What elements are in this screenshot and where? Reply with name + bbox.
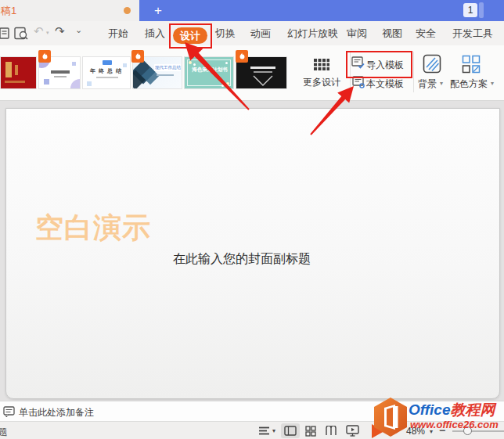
- template-thumb-year-end[interactable]: 年终总结: [82, 56, 131, 89]
- tab-animation[interactable]: 动画: [250, 27, 271, 41]
- tab-transition[interactable]: 切换: [215, 27, 236, 41]
- background-label: 背景: [418, 77, 437, 91]
- more-designs-label: 更多设计: [303, 76, 340, 89]
- status-left-fragment: 题: [0, 426, 7, 439]
- hot-flame-icon: [131, 50, 144, 63]
- tab-devtools[interactable]: 开发工具: [452, 27, 493, 41]
- unsaved-dot-icon: [124, 7, 131, 14]
- subtitle-placeholder[interactable]: 在此输入您的封面副标题: [173, 251, 311, 268]
- template-label: 现代工作总结: [155, 65, 181, 70]
- tab-security[interactable]: 安全: [416, 27, 436, 41]
- grid-icon: [314, 58, 329, 74]
- normal-view-icon: [284, 426, 297, 436]
- notes-bar[interactable]: 单击此处添加备注: [0, 401, 504, 422]
- save-icon[interactable]: [0, 27, 9, 40]
- notes-icon: [3, 406, 16, 418]
- background-icon: [423, 54, 441, 74]
- color-scheme-label: 配色方案: [450, 77, 488, 91]
- document-tab[interactable]: 稿1: [0, 0, 139, 21]
- print-preview-icon[interactable]: [13, 27, 29, 41]
- ribbon-design: 年终总结 现代工作总结 海色策划计划书: [0, 45, 504, 101]
- slide-count-badge: 1: [463, 3, 477, 17]
- toolbar-expand-icon[interactable]: ⌄: [75, 25, 82, 35]
- slideshow-view-icon[interactable]: [346, 425, 359, 437]
- notes-placeholder[interactable]: 单击此处添加备注: [19, 406, 94, 419]
- zoom-slider-track[interactable]: [452, 430, 504, 432]
- template-deco-v: [252, 74, 274, 87]
- undo-icon[interactable]: ↶: [34, 24, 44, 38]
- tab-view[interactable]: 视图: [382, 27, 402, 41]
- ribbon-divider: [413, 52, 414, 92]
- slide[interactable]: 空白演示 在此输入您的封面副标题: [5, 108, 500, 399]
- slide-sorter-icon[interactable]: [305, 426, 316, 437]
- template-thumb-red[interactable]: [0, 56, 37, 89]
- slide-watermark: 空白演示: [35, 209, 151, 247]
- slide-count-badge-echo: [479, 2, 484, 18]
- background-dropdown-icon: ▾: [440, 80, 443, 87]
- menu-bar: ↶ ▾ ↷ ⌄ 开始 插入 切换 动画 幻灯片放映 审阅 视图 安全 开发工具: [0, 21, 504, 45]
- hot-flame-icon: [236, 50, 248, 63]
- title-bar: 稿1 + 1: [0, 0, 504, 21]
- document-tab-title: 稿1: [1, 4, 16, 18]
- text-template-label: 本文模板: [366, 77, 404, 91]
- outline-panel-icon[interactable]: [259, 426, 271, 435]
- reading-view-icon[interactable]: [326, 426, 338, 436]
- zoom-level-value[interactable]: 48%: [406, 426, 425, 437]
- tab-review[interactable]: 审阅: [347, 27, 367, 41]
- redo-icon[interactable]: ↷: [55, 24, 65, 38]
- tab-home[interactable]: 开始: [108, 27, 128, 41]
- zoom-slider-knob[interactable]: [463, 426, 472, 435]
- color-scheme-dropdown-icon: ▾: [491, 80, 494, 87]
- hot-flame-icon: [38, 50, 51, 63]
- view-normal-button[interactable]: [281, 423, 300, 438]
- status-bar: 题 ▾: [0, 421, 504, 439]
- template-thumb-teal[interactable]: 海色策划计划书: [184, 56, 234, 89]
- new-tab-button[interactable]: +: [149, 2, 167, 20]
- play-dropdown-icon[interactable]: ▾: [394, 428, 398, 435]
- annotation-box-import-template: [346, 51, 412, 78]
- undo-dropdown-icon[interactable]: ▾: [46, 30, 49, 36]
- annotation-box-design-tab: [169, 23, 212, 49]
- zoom-dropdown-icon[interactable]: ▾: [430, 428, 433, 435]
- zoom-out-button[interactable]: −: [439, 424, 445, 437]
- tab-insert[interactable]: 插入: [145, 27, 165, 41]
- color-scheme-icon: [462, 55, 481, 74]
- tab-slideshow[interactable]: 幻灯片放映: [287, 27, 338, 41]
- wps-presentation-window: 稿1 + 1 ↶ ▾ ↷ ⌄ 开始 插入 切换 动画 幻灯片放映 审阅 视图 安…: [0, 0, 504, 439]
- outline-panel-dropdown-icon[interactable]: ▾: [272, 427, 275, 434]
- template-label: 年终总结: [83, 67, 131, 75]
- play-slideshow-button[interactable]: [369, 423, 387, 439]
- template-label: 海色策划计划书: [185, 67, 234, 74]
- slide-canvas-area: 空白演示 在此输入您的封面副标题: [0, 101, 504, 401]
